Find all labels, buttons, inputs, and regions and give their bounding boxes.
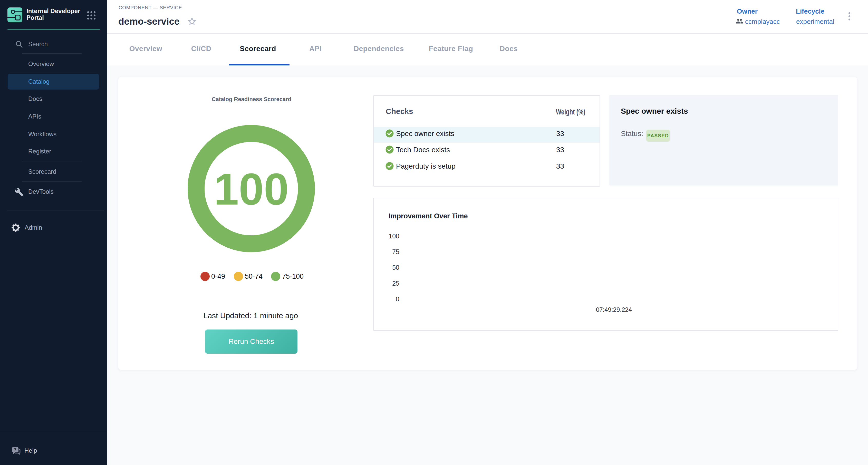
svg-text:100: 100 (214, 164, 289, 214)
svg-text:?: ? (14, 447, 17, 452)
